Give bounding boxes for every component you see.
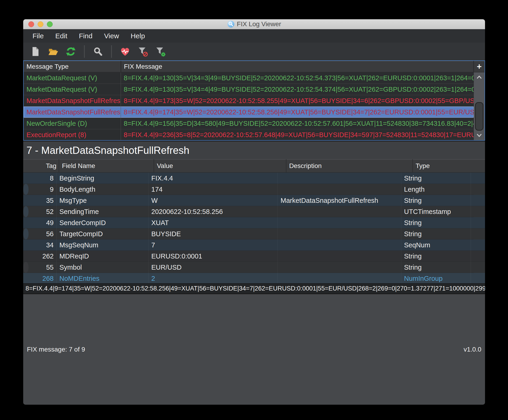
column-header-description[interactable]: Description — [286, 159, 413, 173]
field-type-cell: String — [401, 228, 471, 240]
new-file-icon — [30, 46, 41, 57]
app-version: v1.0.0 — [464, 346, 481, 353]
field-name-cell: MsgType — [57, 195, 149, 206]
fix-field-row[interactable]: 8BeginStringFIX.4.4String — [23, 173, 485, 184]
column-header-message-type[interactable]: Message Type — [24, 61, 121, 72]
field-type-cell: SeqNum — [401, 240, 471, 251]
field-type-cell: NumInGroup — [401, 273, 471, 284]
window-title-area: FIX Log Viewer — [23, 19, 485, 29]
fix-field-row[interactable]: 9BodyLength174Length — [23, 184, 29, 195]
column-header-tag[interactable]: Tag — [23, 159, 59, 173]
toolbar-separator — [84, 45, 85, 58]
search-icon — [93, 46, 103, 57]
title-bar[interactable]: FIX Log Viewer — [23, 19, 485, 29]
field-name-cell: MDReqID — [57, 251, 149, 262]
field-name-cell: SendingTime — [57, 206, 149, 217]
field-type-cell: Length — [401, 184, 471, 195]
field-spacer-cell — [471, 217, 485, 228]
message-table-rows: MarketDataRequest (V)8=FIX.4.4|9=130|35=… — [24, 72, 474, 140]
field-spacer-cell — [471, 195, 485, 206]
field-type-cell: String — [401, 173, 471, 184]
fix-field-row[interactable]: 268NoMDEntries2NumInGroup — [23, 273, 485, 284]
column-header-value[interactable]: Value — [154, 159, 286, 173]
column-header-type[interactable]: Type — [413, 159, 485, 173]
fix-message-cell: 8=FIX.4.4|9=236|35=8|52=20200622-10:52:5… — [121, 129, 474, 140]
field-value-cell: 174 — [149, 184, 278, 195]
menu-view[interactable]: View — [104, 32, 119, 40]
detail-table-header: Tag Field Name Value Description Type — [23, 159, 485, 173]
field-name-cell: MsgSeqNum — [57, 240, 149, 251]
message-type-cell: ExecutionReport (8) — [24, 129, 121, 140]
add-column-button[interactable]: + — [474, 61, 485, 72]
message-row[interactable]: NewOrderSingle (D)8=FIX.4.4|9=156|35=D|3… — [24, 118, 474, 129]
close-window-button[interactable] — [28, 21, 34, 27]
filter-settings-icon — [155, 46, 166, 57]
field-name-cell: TargetCompID — [57, 228, 149, 240]
minimize-window-button[interactable] — [37, 21, 43, 27]
scrollbar-thumb[interactable] — [475, 102, 483, 131]
field-spacer-cell — [471, 206, 474, 217]
refresh-button[interactable] — [65, 46, 77, 57]
message-type-cell: MarketDataRequest (V) — [24, 72, 121, 83]
raw-fix-message-bar: 8=FIX.4.4|9=174|35=W|52=20200622-10:52:5… — [23, 283, 485, 294]
status-message-count: FIX message: 7 of 9 — [27, 346, 85, 353]
message-table-header: Message Type FIX Message + — [24, 61, 485, 72]
fix-field-row[interactable]: 34MsgSeqNum7SeqNum — [23, 240, 485, 251]
search-button[interactable] — [92, 46, 104, 57]
message-row[interactable]: MarketDataSnapshotFullRefresh (W)8=FIX.4… — [24, 106, 474, 118]
column-header-field-name[interactable]: Field Name — [59, 159, 154, 173]
fix-field-row[interactable]: 262MDReqIDEURUSD:0:0001String — [23, 251, 485, 262]
menu-file[interactable]: File — [32, 32, 44, 40]
field-description-cell — [278, 173, 401, 184]
field-description-cell — [278, 240, 401, 251]
fix-field-row[interactable]: 49SenderCompIDXUATString — [23, 217, 485, 228]
message-table-scrollbar[interactable] — [474, 72, 485, 140]
field-description-cell: MarketDataSnapshotFullRefresh — [278, 195, 401, 206]
new-file-button[interactable] — [30, 46, 41, 57]
raw-fix-message: 8=FIX.4.4|9=174|35=W|52=20200622-10:52:5… — [26, 285, 485, 292]
zoom-window-button[interactable] — [47, 21, 53, 27]
message-type-cell: MarketDataSnapshotFullRefresh (W) — [24, 106, 121, 118]
message-row[interactable]: MarketDataRequest (V)8=FIX.4.4|9=130|35=… — [24, 84, 474, 95]
fix-field-row[interactable]: 52SendingTime20200622-10:52:58.256UTCTim… — [23, 206, 29, 217]
column-header-fix-message[interactable]: FIX Message — [121, 61, 474, 72]
field-value-cell: EUR/USD — [149, 262, 278, 273]
menu-edit[interactable]: Edit — [55, 32, 67, 40]
scroll-up-button[interactable] — [474, 72, 485, 82]
field-type-cell: String — [401, 195, 471, 206]
field-tag-cell: 55 — [23, 262, 57, 273]
menu-find[interactable]: Find — [79, 32, 92, 40]
app-window: FIX Log Viewer File Edit Find View Help — [23, 19, 485, 405]
fix-field-row[interactable]: 35MsgTypeWMarketDataSnapshotFullRefreshS… — [23, 195, 485, 206]
field-tag-cell: 52 — [23, 206, 57, 217]
field-tag-cell: 9 — [23, 184, 57, 195]
message-row[interactable]: MarketDataRequest (V)8=FIX.4.4|9=130|35=… — [24, 72, 474, 84]
open-file-button[interactable] — [47, 46, 59, 57]
message-table-body: MarketDataRequest (V)8=FIX.4.4|9=130|35=… — [24, 72, 485, 140]
field-tag-cell: 35 — [23, 195, 57, 206]
menu-help[interactable]: Help — [131, 32, 145, 40]
field-spacer-cell — [471, 228, 474, 240]
detail-title-bar: 7 - MarketDataSnapshotFullRefresh — [23, 142, 485, 159]
field-name-cell: BodyLength — [57, 184, 149, 195]
fix-field-row[interactable]: 55SymbolEUR/USDString — [23, 262, 29, 273]
field-type-cell: String — [401, 217, 471, 228]
open-folder-icon — [48, 46, 59, 57]
heartbeat-filter-button[interactable] — [119, 46, 131, 57]
field-description-cell — [278, 228, 401, 240]
field-value-cell: 2 — [149, 273, 278, 284]
message-row[interactable]: MarketDataSnapshotFullRefresh (W)8=FIX.4… — [24, 95, 474, 106]
fix-message-cell: 8=FIX.4.4|9=156|35=D|34=580|49=BUYSIDE|5… — [121, 118, 474, 129]
fix-message-cell: 8=FIX.4.4|9=173|35=W|52=20200622-10:52:5… — [121, 95, 474, 106]
message-type-cell: NewOrderSingle (D) — [24, 118, 121, 129]
field-name-cell: SenderCompID — [57, 217, 149, 228]
fix-message-cell: 8=FIX.4.4|9=130|35=V|34=3|49=BUYSIDE|52=… — [121, 72, 474, 83]
message-row[interactable]: ExecutionReport (8)8=FIX.4.4|9=236|35=8|… — [24, 129, 474, 140]
field-description-cell — [278, 273, 401, 284]
toolbar-separator — [111, 45, 112, 58]
fix-field-row[interactable]: 56TargetCompIDBUYSIDEString — [23, 228, 29, 240]
scroll-down-button[interactable] — [474, 130, 485, 140]
clear-filter-button[interactable] — [137, 46, 149, 57]
toolbar — [23, 43, 485, 60]
filter-settings-button[interactable] — [155, 46, 166, 57]
